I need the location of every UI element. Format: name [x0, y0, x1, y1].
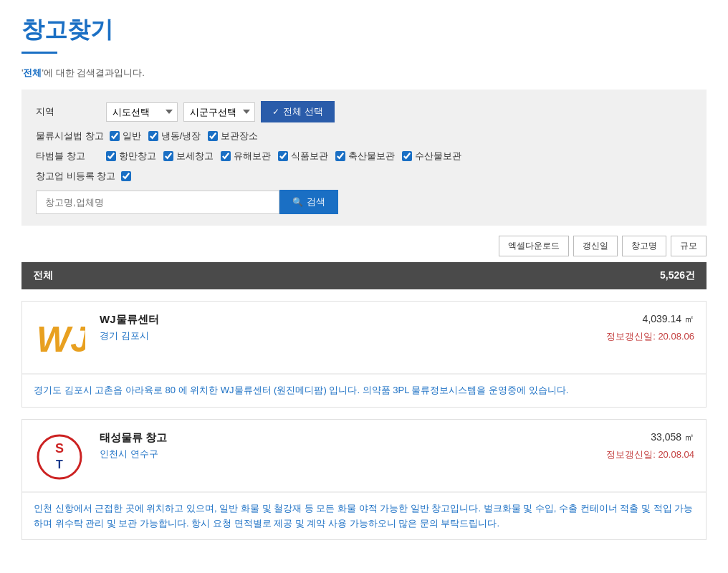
checkbox-general-label: 일반 — [123, 130, 141, 143]
page-title: 창고찾기 — [21, 14, 707, 46]
checkbox-livestock-label: 축산물보관 — [348, 150, 395, 163]
unreg-label: 창고업 비등록 창고 — [36, 170, 115, 183]
tabom-checkboxes: 항만창고 보세창고 유해보관 식품보관 축산물보관 — [106, 150, 461, 163]
search-input-row: 검색 — [36, 190, 692, 214]
card-location-ts: 인천시 연수구 — [100, 448, 606, 461]
svg-text:T: T — [56, 458, 63, 471]
search-keyword: 전체 — [23, 67, 42, 78]
result-card-wj: WJ WJ물류센터 경기 김포시 4,039.14 ㎡ 정보갱신일: 20.08… — [21, 301, 707, 408]
logistics-checkboxes: 일반 냉동/냉장 보관장소 — [110, 130, 259, 143]
checkbox-unreg-input[interactable] — [121, 171, 131, 181]
card-date-wj: 정보갱신일: 20.08.06 — [606, 330, 694, 343]
checkbox-general-input[interactable] — [110, 131, 120, 141]
checkbox-storage[interactable]: 보관장소 — [208, 130, 258, 143]
region-label: 지역 — [36, 105, 100, 118]
region-row: 지역 시도선택 시군구선택 전체 선택 — [36, 101, 692, 122]
checkbox-bonded[interactable]: 보세창고 — [163, 150, 214, 163]
card-info-wj: WJ물류센터 경기 김포시 — [100, 313, 606, 342]
sigungu-select[interactable]: 시군구선택 — [183, 102, 255, 122]
result-card-ts: S T 태성물류 창고 인천시 연수구 33,058 ㎡ 정보갱신일: 20.0… — [21, 419, 707, 541]
card-info-ts: 태성물류 창고 인천시 연수구 — [100, 431, 606, 461]
tabom-row: 타범블 창고 항만창고 보세창고 유해보관 식품보관 — [36, 150, 692, 163]
refresh-sort-button[interactable]: 갱신일 — [573, 236, 618, 256]
card-location-wj: 경기 김포시 — [100, 329, 606, 342]
ts-logo-svg: S T — [34, 431, 85, 483]
card-date-ts: 정보갱신일: 20.08.04 — [606, 448, 694, 461]
checkbox-port[interactable]: 항만창고 — [106, 150, 156, 163]
checkbox-food-input[interactable] — [278, 151, 288, 161]
card-meta-wj: 4,039.14 ㎡ 정보갱신일: 20.08.06 — [606, 313, 694, 343]
search-button[interactable]: 검색 — [279, 190, 338, 214]
checkbox-port-input[interactable] — [106, 151, 116, 161]
search-result-text: '전체'에 대한 검색결과입니다. — [21, 67, 707, 80]
card-size-wj: 4,039.14 ㎡ — [606, 313, 694, 326]
checkbox-port-label: 항만창고 — [119, 150, 156, 163]
checkbox-hazard-label: 유해보관 — [234, 150, 271, 163]
checkbox-marine-input[interactable] — [402, 151, 412, 161]
card-desc-wj: 경기도 김포시 고촌읍 아라육로 80 에 위치한 WJ물류센터 (원진메디팜)… — [22, 374, 706, 407]
select-all-button[interactable]: 전체 선택 — [261, 101, 335, 122]
checkbox-cold[interactable]: 냉동/냉장 — [148, 130, 201, 143]
checkbox-food[interactable]: 식품보관 — [278, 150, 328, 163]
search-input[interactable] — [36, 191, 279, 214]
checkbox-bonded-label: 보세창고 — [176, 150, 214, 163]
card-logo-ts: S T — [34, 431, 85, 483]
logistics-label: 물류시설법 창고 — [36, 130, 104, 143]
size-sort-button[interactable]: 규모 — [671, 236, 707, 256]
wj-logo-svg: WJ — [34, 317, 85, 360]
checkbox-storage-input[interactable] — [208, 131, 218, 141]
unreg-row: 창고업 비등록 창고 — [36, 170, 692, 183]
checkbox-hazard[interactable]: 유해보관 — [221, 150, 271, 163]
checkbox-food-label: 식품보관 — [291, 150, 328, 163]
tabom-label: 타범블 창고 — [36, 150, 100, 163]
checkbox-marine-label: 수산물보관 — [415, 150, 461, 163]
page-container: 창고찾기 '전체'에 대한 검색결과입니다. 지역 시도선택 시군구선택 전체 … — [0, 0, 728, 554]
search-box: 지역 시도선택 시군구선택 전체 선택 물류시설법 창고 일반 — [21, 90, 707, 226]
svg-text:S: S — [55, 441, 64, 456]
card-meta-ts: 33,058 ㎡ 정보갱신일: 20.08.04 — [606, 431, 694, 461]
card-name-ts: 태성물류 창고 — [100, 431, 606, 445]
checkbox-cold-label: 냉동/냉장 — [161, 130, 201, 143]
title-underline — [21, 52, 57, 54]
card-desc-ts: 인천 신항에서 근접한 곳에 위치하고 있으며, 일반 화물 및 철강재 등 모… — [22, 492, 706, 540]
sido-select[interactable]: 시도선택 — [106, 102, 178, 122]
card-top-wj: WJ WJ물류센터 경기 김포시 4,039.14 ㎡ 정보갱신일: 20.08… — [22, 302, 706, 374]
card-logo-wj: WJ — [34, 313, 85, 365]
checkbox-cold-input[interactable] — [148, 131, 158, 141]
sigungu-select-wrap[interactable]: 시군구선택 — [183, 102, 255, 122]
checkbox-hazard-input[interactable] — [221, 151, 231, 161]
checkbox-marine[interactable]: 수산물보관 — [402, 150, 461, 163]
svg-text:WJ: WJ — [37, 319, 85, 360]
sido-select-wrap[interactable]: 시도선택 — [106, 102, 178, 122]
checkbox-general[interactable]: 일반 — [110, 130, 141, 143]
checkbox-unreg[interactable] — [121, 171, 131, 181]
checkbox-livestock-input[interactable] — [335, 151, 345, 161]
result-cards-section: WJ WJ물류센터 경기 김포시 4,039.14 ㎡ 정보갱신일: 20.08… — [21, 301, 707, 540]
result-header: 전체 5,526건 — [21, 262, 707, 289]
card-name-wj: WJ물류센터 — [100, 313, 606, 327]
checkbox-livestock[interactable]: 축산물보관 — [335, 150, 395, 163]
checkbox-storage-label: 보관장소 — [221, 130, 258, 143]
result-header-label: 전체 — [33, 269, 53, 282]
result-total-count: 5,526건 — [660, 269, 695, 282]
card-top-ts: S T 태성물류 창고 인천시 연수구 33,058 ㎡ 정보갱신일: 20.0… — [22, 420, 706, 492]
toolbar: 엑셀다운로드 갱신일 창고명 규모 — [21, 236, 707, 256]
logistics-row: 물류시설법 창고 일반 냉동/냉장 보관장소 — [36, 130, 692, 143]
name-sort-button[interactable]: 창고명 — [622, 236, 666, 256]
card-size-ts: 33,058 ㎡ — [606, 431, 694, 444]
excel-download-button[interactable]: 엑셀다운로드 — [499, 236, 569, 256]
checkbox-bonded-input[interactable] — [163, 151, 173, 161]
